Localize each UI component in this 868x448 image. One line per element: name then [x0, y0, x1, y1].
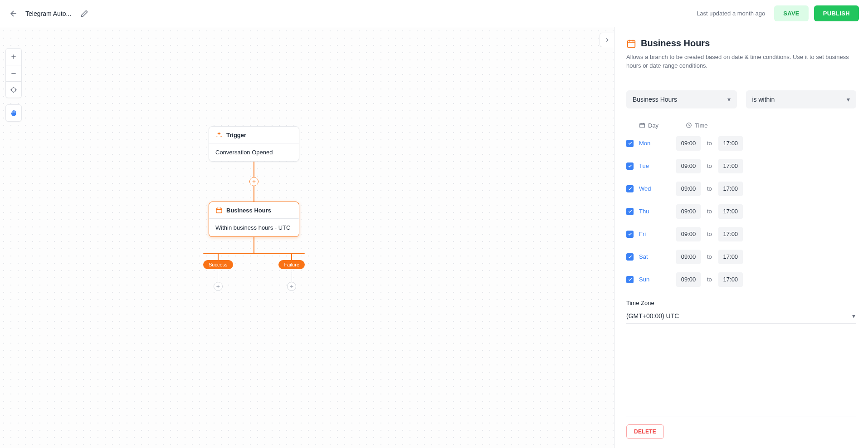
side-panel-header: Business Hours: [626, 38, 856, 49]
edge: [291, 254, 292, 260]
day-label[interactable]: Tue: [639, 162, 658, 169]
publish-button[interactable]: PUBLISH: [814, 5, 859, 21]
trigger-node[interactable]: Trigger Conversation Opened: [209, 126, 299, 162]
crosshair-icon: [10, 86, 17, 94]
start-time-input[interactable]: 09:00: [676, 136, 701, 151]
arrow-left-icon: [9, 9, 18, 18]
day-column-label: Day: [648, 122, 658, 129]
svg-point-0: [11, 88, 15, 92]
trigger-node-header: Trigger: [209, 127, 299, 143]
timezone-label: Time Zone: [626, 300, 856, 306]
start-time-input[interactable]: 09:00: [676, 182, 701, 196]
start-time-input[interactable]: 09:00: [676, 159, 701, 173]
day-checkbox[interactable]: [626, 140, 634, 147]
collapse-panel-button[interactable]: [600, 33, 614, 47]
add-success-step-button[interactable]: +: [214, 282, 223, 291]
condition-operator-select[interactable]: is within ▾: [746, 90, 857, 108]
zoom-in-button[interactable]: [6, 49, 21, 65]
flow-canvas[interactable]: Trigger Conversation Opened + Business H…: [0, 27, 614, 448]
topbar: Telegram Auto... Last updated a month ag…: [0, 0, 868, 27]
pencil-icon: [80, 10, 88, 18]
pan-tool-button[interactable]: [6, 105, 21, 121]
edge: [254, 162, 254, 177]
days-list: Mon09:00to17:00Tue09:00to17:00Wed09:00to…: [626, 129, 856, 288]
delete-button[interactable]: DELETE: [626, 424, 664, 439]
minus-icon: [10, 70, 17, 77]
timezone-value: (GMT+00:00) UTC: [626, 312, 679, 320]
chevron-right-icon: [604, 37, 610, 43]
side-panel-title: Business Hours: [641, 38, 710, 49]
hand-icon: [10, 109, 17, 117]
add-failure-step-button[interactable]: +: [287, 282, 296, 291]
to-label: to: [707, 140, 712, 147]
chevron-down-icon: ▾: [852, 312, 855, 320]
condition-type-select[interactable]: Business Hours ▾: [626, 90, 737, 108]
end-time-input[interactable]: 17:00: [718, 250, 743, 264]
edit-title-button[interactable]: [80, 10, 88, 18]
edge-dashed: [218, 270, 218, 282]
day-checkbox[interactable]: [626, 231, 634, 238]
sparkle-icon: [215, 131, 223, 138]
check-icon: [628, 141, 633, 146]
day-label[interactable]: Sun: [639, 276, 658, 283]
plus-icon: [10, 53, 17, 60]
edge: [218, 254, 219, 260]
add-step-button[interactable]: +: [249, 177, 258, 186]
workflow-title: Telegram Auto...: [25, 10, 71, 17]
side-panel: Business Hours Allows a branch to be cre…: [614, 27, 868, 448]
start-time-input[interactable]: 09:00: [676, 204, 701, 219]
day-checkbox[interactable]: [626, 185, 634, 192]
day-label[interactable]: Mon: [639, 140, 658, 147]
day-checkbox[interactable]: [626, 276, 634, 283]
check-icon: [628, 231, 633, 236]
end-time-input[interactable]: 17:00: [718, 182, 743, 196]
timezone-select[interactable]: (GMT+00:00) UTC ▾: [626, 309, 856, 324]
clock-icon: [686, 122, 692, 128]
calendar-icon: [639, 122, 645, 128]
zoom-out-button[interactable]: [6, 65, 21, 81]
back-button[interactable]: [9, 9, 18, 18]
main-area: Trigger Conversation Opened + Business H…: [0, 27, 868, 448]
calendar-icon: [626, 39, 636, 49]
start-time-input[interactable]: 09:00: [676, 272, 701, 287]
day-checkbox[interactable]: [626, 253, 634, 261]
to-label: to: [707, 253, 712, 260]
day-label[interactable]: Fri: [639, 231, 658, 237]
day-label[interactable]: Thu: [639, 208, 658, 215]
business-hours-node-header: Business Hours: [209, 202, 299, 219]
side-panel-description: Allows a branch to be created based on d…: [626, 53, 856, 70]
end-time-input[interactable]: 17:00: [718, 159, 743, 173]
last-updated-text: Last updated a month ago: [697, 10, 765, 17]
svg-rect-1: [216, 208, 222, 213]
check-icon: [628, 277, 633, 282]
schedule-header: Day Time: [626, 122, 856, 129]
branches: Success + Failure +: [190, 237, 317, 291]
start-time-input[interactable]: 09:00: [676, 250, 701, 264]
flow-graph: Trigger Conversation Opened + Business H…: [209, 126, 299, 291]
day-label[interactable]: Wed: [639, 185, 658, 192]
start-time-input[interactable]: 09:00: [676, 227, 701, 241]
svg-rect-2: [628, 40, 635, 47]
end-time-input[interactable]: 17:00: [718, 204, 743, 219]
failure-pill[interactable]: Failure: [278, 260, 305, 269]
day-label[interactable]: Sat: [639, 253, 658, 260]
edge-dashed: [292, 270, 292, 282]
edge: [254, 186, 254, 202]
business-hours-node[interactable]: Business Hours Within business hours - U…: [209, 202, 299, 237]
day-checkbox[interactable]: [626, 208, 634, 215]
end-time-input[interactable]: 17:00: [718, 136, 743, 151]
to-label: to: [707, 162, 712, 169]
success-pill[interactable]: Success: [203, 260, 233, 269]
trigger-node-body: Conversation Opened: [209, 143, 299, 161]
day-row: Sat09:00to17:00: [626, 249, 856, 265]
end-time-input[interactable]: 17:00: [718, 227, 743, 241]
day-checkbox[interactable]: [626, 162, 634, 170]
end-time-input[interactable]: 17:00: [718, 272, 743, 287]
save-button[interactable]: SAVE: [774, 5, 809, 21]
center-view-button[interactable]: [6, 81, 21, 98]
day-row: Thu09:00to17:00: [626, 203, 856, 220]
day-row: Mon09:00to17:00: [626, 135, 856, 152]
branch-failure: Failure +: [278, 254, 305, 291]
branch-success: Success +: [203, 254, 233, 291]
condition-operator-value: is within: [752, 96, 775, 103]
